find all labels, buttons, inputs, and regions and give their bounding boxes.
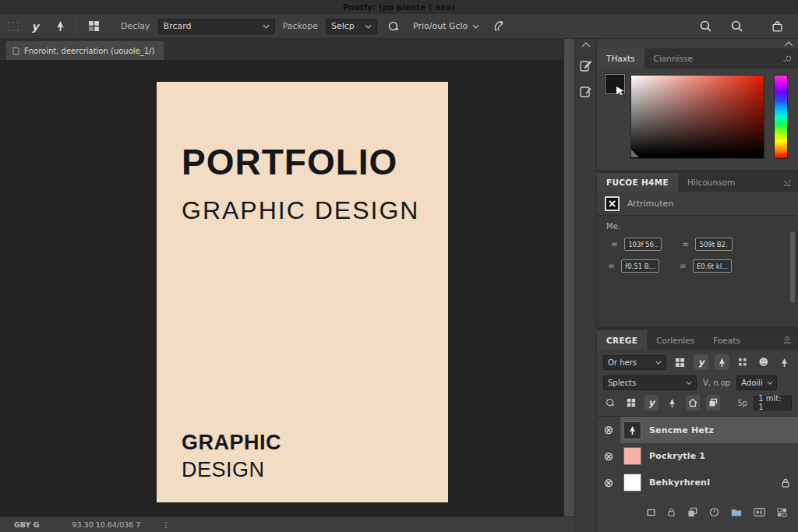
link-icon: ∞ <box>680 261 687 271</box>
move-tool-icon[interactable] <box>51 18 69 35</box>
playback-forward-icon[interactable] <box>754 508 765 516</box>
layer-row-1[interactable]: ⊗ Sencme Hetz <box>597 417 798 443</box>
panel-top-strip <box>597 39 798 48</box>
lock-home-icon[interactable] <box>686 395 700 410</box>
document-tab[interactable]: Fnoroint, deercriation (uouole_1/) <box>6 41 164 60</box>
filter-brush-icon[interactable]: y <box>694 354 708 370</box>
layer-row-content[interactable]: Sencme Hetz <box>620 417 798 443</box>
tab-thaxts[interactable]: THaxts <box>597 48 644 69</box>
chevron-down-icon <box>686 381 692 385</box>
panel-menu-icon[interactable] <box>783 330 798 350</box>
edit-tool-icon[interactable] <box>579 58 593 73</box>
poster-artwork: PORTFOLIO GRAPHIC DESIGN GRAPHIC DESIGN <box>157 82 448 502</box>
document-tab-title: Fnoroint, deercriation (uouole_1/) <box>24 47 154 55</box>
panel-menu-icon[interactable] <box>783 173 798 192</box>
right-panel-column: THaxts Ciannisse FUCOE H4ME Hilcounsom ×… <box>596 39 798 532</box>
props-panel-header: FUCOE H4ME Hilcounsom <box>597 173 798 192</box>
props-scrollbar[interactable] <box>790 231 795 303</box>
move-arrow-icon <box>55 20 65 32</box>
props-body: Me. ∞ 103f 56.. ∞ 509t B2. ∞ f0.51 B... … <box>597 215 798 327</box>
filter-dots-icon[interactable] <box>736 354 750 370</box>
doc-profile-label: GBY G <box>14 520 40 529</box>
lock-brush-icon[interactable]: y <box>644 395 659 410</box>
lock-grid-icon[interactable] <box>623 395 637 410</box>
pen-settings-icon[interactable] <box>490 18 507 35</box>
poster-footer-line1: GRAPHIC <box>182 431 281 455</box>
canvas-area[interactable]: PORTFOLIO GRAPHIC DESIGN GRAPHIC DESIGN <box>0 60 563 516</box>
visibility-toggle-icon[interactable]: ⊗ <box>597 477 620 489</box>
collapse-chevron-icon[interactable] <box>581 42 591 48</box>
grid-view-icon[interactable] <box>85 18 102 35</box>
layer-name: Sencme Hetz <box>649 425 714 435</box>
doc-info-value: 93.30 10.64/036 7 <box>72 520 141 529</box>
new-layer-icon[interactable] <box>687 507 697 517</box>
chevron-down-icon <box>263 24 270 29</box>
brcard-dropdown[interactable]: Brcard <box>158 19 275 34</box>
search-icon[interactable] <box>697 18 714 35</box>
tab-crege[interactable]: CREGE <box>597 330 647 350</box>
layers-blend-row: Splects V, n.op Adoili <box>597 372 798 393</box>
layer-thumbnail-color[interactable] <box>623 474 641 491</box>
brush-tool-icon[interactable]: y <box>26 18 44 35</box>
value-field-3[interactable]: f0.51 B... <box>621 259 659 273</box>
tab-corlenles[interactable]: Corlenles <box>647 330 704 350</box>
opacity-dropdown[interactable]: Adoili <box>736 375 777 390</box>
artboard-grid-icon[interactable] <box>777 508 787 517</box>
tab-ciannisse[interactable]: Ciannisse <box>644 48 702 69</box>
search-icon-2[interactable] <box>728 18 745 35</box>
link-layers-icon[interactable] <box>647 509 655 516</box>
value-field-1[interactable]: 103f 56.. <box>624 238 662 251</box>
swatch-cursor-icon <box>616 86 625 95</box>
poster-subtitle: GRAPHIC DESIGN <box>182 196 448 225</box>
fill-value-field[interactable]: 1 mit: 1 <box>754 396 792 410</box>
blend-mode-dropdown[interactable]: Splects <box>603 375 697 390</box>
tab-foeats[interactable]: Foeats <box>704 330 750 350</box>
layer-thumbnail-move[interactable] <box>623 421 641 439</box>
chevron-down-icon <box>365 24 372 29</box>
collapse-chevron-icon[interactable] <box>784 41 793 47</box>
value-field-4[interactable]: E0.6t kl... <box>693 259 732 273</box>
history-clock-icon[interactable] <box>709 507 719 517</box>
attribute-label: Attrimuten <box>627 199 673 209</box>
filter-smiley-icon[interactable]: ☻ <box>756 354 771 370</box>
bag-icon[interactable] <box>768 18 786 35</box>
panel-menu-icon[interactable] <box>782 48 798 69</box>
saturation-value-field[interactable] <box>630 75 764 159</box>
group-folder-icon[interactable] <box>731 508 742 516</box>
hue-slider[interactable] <box>774 75 788 159</box>
marquee-tool-icon[interactable] <box>8 22 19 31</box>
visibility-toggle-icon[interactable]: ⊗ <box>597 451 620 463</box>
tab-hilcounsom[interactable]: Hilcounsom <box>678 173 744 192</box>
layers-filter-row: Or hers y ☻ <box>597 352 798 372</box>
lock-transparent-icon[interactable] <box>603 395 617 410</box>
value-field-2[interactable]: 509t B2. <box>695 238 733 251</box>
rotate-view-icon[interactable] <box>385 18 402 35</box>
tab-fucoe-h4me[interactable]: FUCOE H4ME <box>597 173 678 192</box>
layer-row-content[interactable]: Behkyrhrenl <box>620 470 798 496</box>
link-icon: ∞ <box>682 239 689 249</box>
poster-footer-line2: DESIGN <box>182 458 281 482</box>
collapsed-panel-strip <box>574 39 596 532</box>
layer-row-content[interactable]: Pockrytle 1 <box>620 443 798 470</box>
chevron-down-icon <box>472 24 479 29</box>
priorout-dropdown[interactable]: Prio/out Gclo <box>410 19 482 33</box>
filter-arrow-icon[interactable] <box>777 354 792 370</box>
layer-lock-icon[interactable] <box>667 507 676 517</box>
canvas-vertical-scrollbar[interactable] <box>563 39 574 516</box>
layer-thumbnail-color[interactable] <box>623 447 641 465</box>
status-menu-icon[interactable]: ⋮ <box>162 520 170 529</box>
attribute-checkbox[interactable]: × <box>605 196 620 211</box>
color-panel-header: THaxts Ciannisse <box>597 48 798 69</box>
visibility-toggle-icon[interactable]: ⊗ <box>597 425 620 436</box>
selcp-dropdown[interactable]: Selcp <box>326 19 377 34</box>
note-tool-icon[interactable] <box>579 84 593 99</box>
page-icon <box>12 47 19 55</box>
lock-move-icon[interactable] <box>665 395 679 410</box>
attribute-row: × Attrimuten <box>597 192 798 215</box>
filter-kind-icon[interactable] <box>673 354 687 370</box>
lock-all-icon[interactable] <box>706 395 720 410</box>
layer-row-3[interactable]: ⊗ Behkyrhrenl <box>597 470 798 496</box>
filter-dropdown[interactable]: Or hers <box>603 355 666 370</box>
layer-row-2[interactable]: ⊗ Pockrytle 1 <box>597 443 798 470</box>
filter-move-icon[interactable] <box>715 354 729 370</box>
